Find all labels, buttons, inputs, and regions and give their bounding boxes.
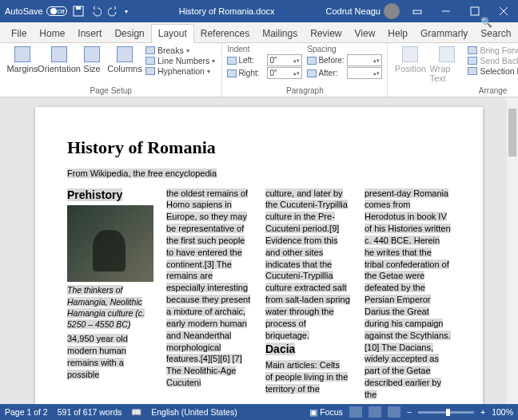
document-title: History of Romania.docx	[128, 6, 326, 16]
ribbon-tabs: File Home Insert Design Layout Reference…	[0, 22, 518, 43]
indent-right-input[interactable]: 0"▴▾	[267, 67, 302, 79]
zoom-out-icon[interactable]: −	[407, 407, 412, 417]
svg-rect-1	[76, 6, 81, 10]
web-layout-icon[interactable]	[388, 406, 400, 418]
spacing-before-icon	[307, 57, 317, 65]
tab-home[interactable]: Home	[33, 25, 71, 42]
tab-layout[interactable]: Layout	[151, 24, 194, 43]
doc-columns: Prehistory The thinkers of Hamangia, Neo…	[67, 188, 451, 401]
group-arrange: Position Wrap Text Bring Forward▾ Send B…	[388, 43, 518, 97]
zoom-level[interactable]: 100%	[492, 407, 513, 417]
status-page[interactable]: Page 1 of 2	[5, 407, 48, 417]
spacing-after-icon	[307, 69, 317, 77]
zoom-in-icon[interactable]: +	[480, 407, 485, 417]
tab-grammarly[interactable]: Grammarly	[414, 25, 474, 42]
orientation-button[interactable]: Orientation	[42, 45, 77, 73]
group-paragraph: Indent Left:0"▴▾ Right:0"▴▾ Spacing Befo…	[222, 43, 388, 97]
breaks-button[interactable]: Breaks▾	[144, 46, 217, 55]
document-area[interactable]: History of Romania From Wikipedia, the f…	[0, 97, 518, 404]
user-account[interactable]: Codrut Neagu	[326, 3, 400, 19]
search-button[interactable]: 🔍 Search	[474, 14, 517, 42]
status-language[interactable]: English (United States)	[151, 407, 237, 417]
margins-button[interactable]: Margins	[5, 45, 40, 73]
undo-icon[interactable]	[90, 5, 102, 18]
send-backward-button: Send Backward▾	[466, 56, 518, 65]
doc-subtitle: From Wikipedia, the free encyclopedia	[67, 168, 451, 180]
wrap-text-button: Wrap Text	[429, 45, 464, 83]
heading-dacia: Dacia	[265, 342, 352, 357]
save-icon[interactable]	[72, 5, 85, 18]
page: History of Romania From Wikipedia, the f…	[35, 107, 483, 404]
svg-rect-2	[413, 10, 421, 14]
ribbon: Margins Orientation Size Columns Breaks▾…	[0, 43, 518, 97]
tab-references[interactable]: References	[194, 25, 256, 42]
spacing-before-input[interactable]: ▴▾	[347, 54, 382, 66]
redo-icon[interactable]	[107, 5, 120, 18]
search-icon: 🔍	[480, 17, 492, 28]
tab-mailings[interactable]: Mailings	[256, 25, 304, 42]
group-page-setup: Margins Orientation Size Columns Breaks▾…	[0, 43, 222, 97]
avatar	[384, 3, 400, 19]
indent-right-icon	[227, 69, 237, 77]
spacing-after-input[interactable]: ▴▾	[347, 67, 382, 79]
tab-design[interactable]: Design	[108, 25, 150, 42]
figure-hamangia	[67, 205, 153, 282]
zoom-slider[interactable]	[418, 411, 474, 414]
minimize-icon[interactable]	[435, 0, 457, 22]
tab-file[interactable]: File	[5, 25, 33, 42]
hyphenation-button[interactable]: Hyphenation▾	[144, 66, 217, 76]
tab-view[interactable]: View	[349, 25, 382, 42]
focus-mode-button[interactable]: ▣ Focus	[309, 407, 343, 417]
status-proofing-icon[interactable]: 📖	[131, 407, 141, 418]
size-button[interactable]: Size	[78, 45, 106, 73]
selection-pane-button[interactable]: Selection Pane	[466, 66, 518, 76]
status-words[interactable]: 591 of 617 words	[58, 407, 122, 417]
doc-title: History of Romania	[67, 136, 451, 160]
tab-insert[interactable]: Insert	[71, 25, 108, 42]
tab-help[interactable]: Help	[381, 25, 414, 42]
indent-left-input[interactable]: 0"▴▾	[267, 54, 302, 66]
indent-left-icon	[227, 57, 237, 65]
heading-prehistory: Prehistory	[67, 188, 153, 203]
autosave-toggle[interactable]: AutoSave Off	[5, 6, 67, 16]
bring-forward-button: Bring Forward▾	[466, 46, 518, 55]
position-button: Position	[392, 45, 428, 73]
ribbon-options-icon[interactable]	[406, 0, 428, 22]
columns-button[interactable]: Columns	[107, 45, 142, 73]
figure-caption: The thinkers of Hamangia, Neolithic Hama…	[67, 284, 153, 330]
read-mode-icon[interactable]	[349, 406, 362, 418]
tab-review[interactable]: Review	[304, 25, 348, 42]
vertical-scrollbar[interactable]	[507, 97, 518, 404]
status-bar: Page 1 of 2 591 of 617 words 📖 English (…	[0, 404, 518, 420]
print-layout-icon[interactable]	[369, 406, 381, 418]
line-numbers-button[interactable]: Line Numbers▾	[144, 56, 217, 65]
title-bar: AutoSave Off ▾ History of Romania.docx C…	[0, 0, 518, 22]
